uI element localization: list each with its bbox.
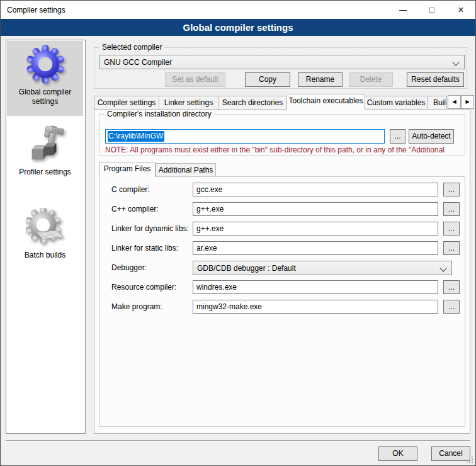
installation-note: NOTE: All programs must exist either in … [105, 145, 458, 154]
tab-compiler-settings[interactable]: Compiler settings [94, 96, 159, 110]
installation-directory-legend: Compiler's installation directory [105, 110, 214, 118]
chevron-down-icon [439, 264, 446, 271]
minimize-button[interactable]: — [388, 1, 417, 19]
make-program-input[interactable] [193, 300, 438, 314]
browse-directory-button[interactable]: ... [390, 129, 405, 144]
sidebar-item-label: Profiler settings [7, 168, 83, 177]
static-linker-input[interactable] [193, 241, 438, 255]
sidebar-item-profiler-settings[interactable]: Profiler settings [7, 121, 83, 184]
c-compiler-label: C compiler: [111, 183, 150, 196]
ok-button[interactable]: OK [378, 446, 417, 461]
set-as-default-button[interactable]: Set as default [165, 72, 225, 87]
arrow-right-icon: ▶ [465, 99, 469, 105]
dialog-header-title: Global compiler settings [183, 22, 293, 33]
window-title: Compiler settings [7, 6, 65, 14]
titlebar: Compiler settings — □ × [1, 1, 475, 19]
resource-compiler-browse-button[interactable]: ... [443, 280, 460, 294]
reset-defaults-button[interactable]: Reset defaults [407, 72, 464, 87]
tab-toolchain-executables[interactable]: Toolchain executables [287, 94, 365, 110]
rename-button[interactable]: Rename [298, 72, 343, 87]
resize-grip[interactable] [465, 455, 473, 463]
installation-directory-input[interactable]: C:\raylib\MinGW [105, 129, 385, 144]
minimize-icon: — [399, 6, 407, 14]
resource-compiler-input[interactable] [193, 280, 438, 294]
tab-scroll-right-button[interactable]: ▶ [461, 95, 474, 109]
copy-button[interactable]: Copy [245, 72, 290, 87]
caption-buttons: — □ × [388, 1, 475, 19]
close-icon: × [458, 5, 463, 15]
maximize-button[interactable]: □ [417, 1, 446, 19]
maximize-icon: □ [429, 6, 434, 14]
program-files-page: C compiler: ... C++ compiler: ... Linker… [99, 176, 465, 427]
make-program-label: Make program: [111, 300, 162, 314]
toolchain-executables-page: Compiler's installation directory C:\ray… [94, 109, 470, 434]
caliper-icon [26, 125, 65, 164]
cpp-compiler-browse-button[interactable]: ... [443, 202, 460, 216]
make-program-browse-button[interactable]: ... [443, 300, 460, 314]
tab-build-options[interactable]: Build options [428, 96, 447, 110]
dynamic-linker-browse-button[interactable]: ... [443, 222, 460, 236]
delete-button[interactable]: Delete [349, 72, 393, 87]
dialog-header: Global compiler settings [1, 19, 475, 36]
selected-compiler-value: GNU GCC Compiler [104, 58, 172, 67]
tab-scroll-left-button[interactable]: ◀ [448, 95, 461, 109]
selected-compiler-combobox[interactable]: GNU GCC Compiler [99, 55, 465, 69]
arrow-left-icon: ◀ [452, 99, 456, 105]
tab-linker-settings[interactable]: Linker settings [159, 96, 218, 110]
subtab-additional-paths[interactable]: Additional Paths [156, 163, 216, 177]
sidebar-item-batch-builds[interactable]: Batch builds [7, 204, 83, 270]
tab-search-directories[interactable]: Search directories [218, 96, 287, 110]
cpp-compiler-label: C++ compiler: [111, 202, 159, 216]
close-button[interactable]: × [446, 1, 475, 19]
debugger-value: GDB/CDB debugger : Default [197, 264, 296, 273]
debugger-combobox[interactable]: GDB/CDB debugger : Default [193, 261, 452, 275]
static-linker-browse-button[interactable]: ... [443, 241, 460, 255]
c-compiler-browse-button[interactable]: ... [443, 183, 460, 196]
cancel-button[interactable]: Cancel [431, 446, 470, 461]
selected-compiler-legend: Selected compiler [99, 43, 164, 52]
settings-category-sidebar: Global compiler settings [6, 40, 86, 434]
gray-gear-papers-icon [26, 208, 65, 247]
sidebar-item-label: Batch builds [7, 251, 83, 260]
sidebar-item-global-compiler-settings[interactable]: Global compiler settings [7, 41, 83, 116]
blue-gear-icon [26, 45, 65, 84]
installation-directory-value: C:\raylib\MinGW [108, 131, 164, 142]
dynamic-linker-input[interactable] [193, 222, 438, 236]
subtab-program-files[interactable]: Program Files [99, 162, 156, 177]
compiler-settings-window: Compiler settings — □ × Global compiler … [0, 0, 476, 466]
static-linker-label: Linker for static libs: [111, 241, 178, 255]
debugger-label: Debugger: [111, 261, 147, 275]
resource-compiler-label: Resource compiler: [111, 280, 176, 294]
chevron-down-icon [452, 59, 459, 65]
sidebar-item-label: Global compiler settings [7, 88, 83, 106]
cpp-compiler-input[interactable] [193, 202, 438, 216]
auto-detect-button[interactable]: Auto-detect [409, 129, 454, 144]
compiler-notebook-tabs: Compiler settings Linker settings Search… [94, 94, 447, 110]
footer-divider [6, 440, 470, 441]
tab-custom-variables[interactable]: Custom variables [365, 96, 428, 110]
c-compiler-input[interactable] [193, 183, 438, 196]
dynamic-linker-label: Linker for dynamic libs: [111, 222, 189, 236]
